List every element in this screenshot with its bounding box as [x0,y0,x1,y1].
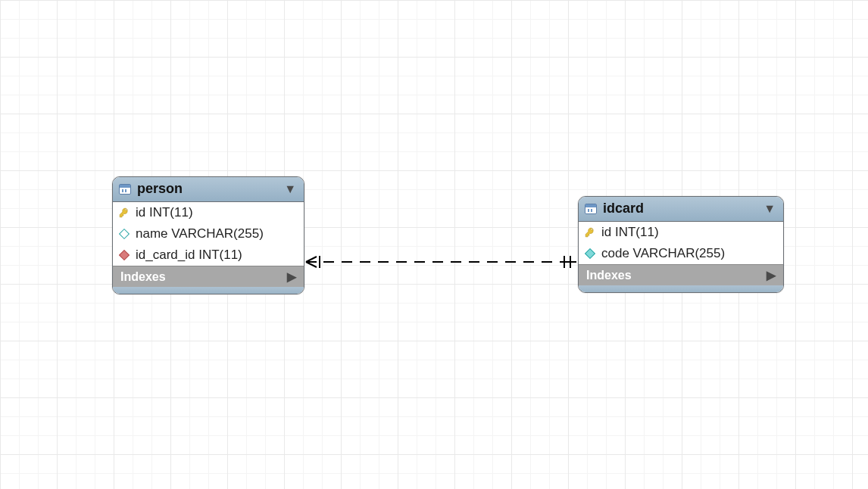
column-row[interactable]: code VARCHAR(255) [579,243,783,264]
table-person-title: person [137,181,284,197]
expand-icon[interactable]: ▶ [287,269,296,284]
table-idcard-header[interactable]: idcard ▼ [579,197,783,222]
table-icon [585,204,597,214]
table-person-columns: id INT(11) name VARCHAR(255) id_card_id … [113,202,304,266]
primary-key-icon [585,227,595,238]
svg-line-2 [306,262,317,267]
column-label: name VARCHAR(255) [136,226,264,241]
table-icon [119,184,131,195]
column-row[interactable]: name VARCHAR(255) [113,223,304,244]
foreign-key-icon [119,250,130,260]
indexes-label: Indexes [120,270,166,284]
column-label: id INT(11) [601,225,659,240]
table-person-indexes[interactable]: Indexes ▶ [113,266,304,287]
table-footer-rim [113,287,304,294]
table-idcard[interactable]: idcard ▼ id INT(11) code VARCHAR(255) In… [578,196,784,293]
diagram-canvas[interactable]: person ▼ id INT(11) name VARCHAR(255) id… [0,0,868,489]
expand-icon[interactable]: ▶ [767,268,776,282]
table-idcard-title: idcard [603,201,763,216]
table-idcard-indexes[interactable]: Indexes ▶ [579,264,783,285]
collapse-icon[interactable]: ▼ [284,182,296,196]
table-idcard-columns: id INT(11) code VARCHAR(255) [579,222,783,264]
svg-line-1 [306,257,317,262]
column-row[interactable]: id INT(11) [579,222,783,243]
column-label: code VARCHAR(255) [601,246,725,261]
column-label: id_card_id INT(11) [136,248,242,263]
column-label: id INT(11) [136,205,193,220]
column-nullable-icon [119,229,130,239]
primary-key-icon [119,207,130,218]
table-person-header[interactable]: person ▼ [113,177,304,202]
table-footer-rim [579,285,783,292]
column-row[interactable]: id INT(11) [113,202,304,223]
table-person[interactable]: person ▼ id INT(11) name VARCHAR(255) id… [112,176,304,294]
column-row[interactable]: id_card_id INT(11) [113,244,304,266]
column-notnull-icon [585,248,595,259]
collapse-icon[interactable]: ▼ [763,202,776,216]
indexes-label: Indexes [586,269,632,282]
